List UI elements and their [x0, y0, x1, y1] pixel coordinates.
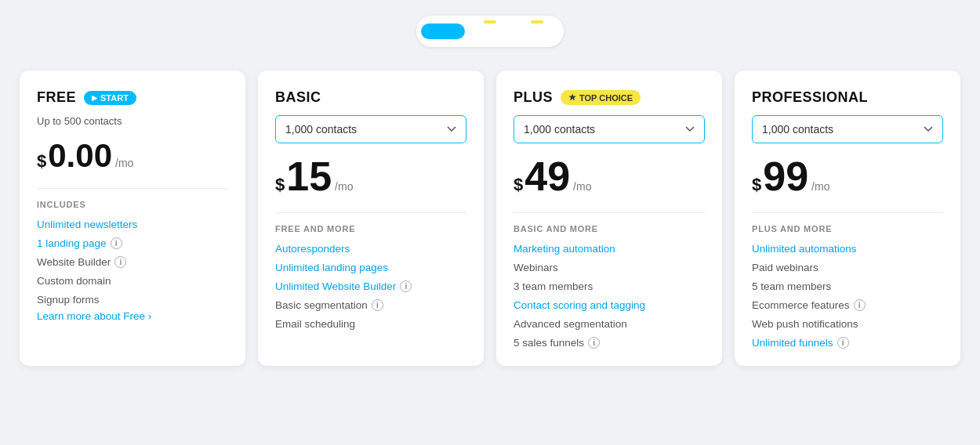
price-row: $ 0.00 /mo [37, 139, 228, 172]
feature-item: 1 landing pagei [37, 237, 228, 249]
plan-name: PROFESSIONAL [752, 89, 868, 106]
feature-item: Signup forms [37, 294, 228, 306]
twelve-month-discount-badge [484, 20, 496, 24]
card-header: BASIC [275, 89, 466, 106]
feature-list: Marketing automationWebinars3 team membe… [514, 243, 705, 349]
price-amount: 0.00 [48, 139, 112, 172]
feature-item: 5 team members [752, 280, 943, 292]
feature-list: AutorespondersUnlimited landing pagesUnl… [275, 243, 466, 330]
price-row: $ 49 /mo [514, 156, 705, 197]
divider [275, 212, 466, 213]
feature-item: Paid webinars [752, 262, 943, 273]
feature-item: Web push notifications [752, 318, 943, 330]
info-icon: i [111, 237, 122, 249]
price-mo: /mo [335, 180, 353, 193]
info-icon: i [400, 280, 412, 292]
features-label: BASIC AND MORE [514, 224, 705, 233]
feature-item: Contact scoring and tagging [514, 299, 705, 311]
info-icon: i [114, 256, 126, 268]
price-row: $ 15 /mo [275, 156, 466, 197]
info-icon: i [854, 299, 866, 311]
plan-name: FREE [37, 89, 76, 106]
plan-card-professional: PROFESSIONAL 1,000 contacts 500 contacts… [735, 71, 960, 366]
features-label: FREE AND MORE [275, 224, 466, 233]
feature-item: Unlimited Website Builderi [275, 280, 466, 292]
feature-item: 5 sales funnelsi [514, 337, 705, 349]
feature-item: Webinars [514, 262, 705, 273]
feature-item: Unlimited funnelsi [752, 337, 943, 349]
learn-more-link[interactable]: Learn more about Free › [37, 310, 228, 322]
divider [514, 212, 705, 213]
feature-item: Advanced segmentation [514, 318, 705, 330]
price-dollar: $ [275, 175, 285, 195]
start-badge: START [84, 91, 136, 105]
features-label: PLUS AND MORE [752, 224, 943, 233]
price-mo: /mo [115, 157, 133, 169]
card-header: PROFESSIONAL [752, 89, 943, 106]
twenty-four-month-discount-badge [531, 20, 543, 24]
contacts-select[interactable]: 1,000 contacts 500 contacts 2,500 contac… [514, 115, 705, 143]
divider [37, 188, 228, 189]
feature-item: Website Builderi [37, 256, 228, 268]
feature-list: Unlimited newsletters1 landing pageiWebs… [37, 219, 228, 306]
feature-item: Autoresponders [275, 243, 466, 255]
info-icon: i [837, 337, 849, 349]
card-header: PLUS TOP CHOICE [514, 89, 705, 106]
plan-name: PLUS [514, 89, 553, 106]
price-mo: /mo [811, 180, 829, 193]
divider [752, 212, 943, 213]
card-header: FREE START [37, 89, 228, 106]
feature-item: Unlimited automations [752, 243, 943, 255]
feature-item: Unlimited newsletters [37, 219, 228, 230]
contacts-text: Up to 500 contacts [37, 115, 228, 127]
price-amount: 15 [286, 156, 332, 197]
monthly-button[interactable] [421, 24, 465, 39]
info-icon: i [588, 337, 600, 349]
features-label: INCLUDES [37, 200, 228, 209]
price-amount: 49 [524, 156, 570, 197]
plan-name: BASIC [275, 89, 321, 106]
feature-item: Unlimited landing pages [275, 262, 466, 273]
twenty-four-month-button[interactable] [515, 27, 559, 42]
price-amount: 99 [763, 156, 808, 197]
feature-item: Custom domain [37, 275, 228, 287]
twelve-month-button[interactable] [468, 27, 512, 42]
plan-card-free: FREE START Up to 500 contacts $ 0.00 /mo… [20, 71, 245, 366]
feature-item: Marketing automation [514, 243, 705, 255]
feature-item: Ecommerce featuresi [752, 299, 943, 311]
price-dollar: $ [37, 151, 46, 172]
contacts-select[interactable]: 1,000 contacts 500 contacts 2,500 contac… [275, 115, 466, 143]
top-choice-badge: TOP CHOICE [561, 90, 641, 105]
price-mo: /mo [573, 180, 591, 193]
feature-item: 3 team members [514, 280, 705, 292]
contacts-select[interactable]: 1,000 contacts 500 contacts 2,500 contac… [752, 115, 943, 143]
info-icon: i [372, 299, 383, 311]
price-row: $ 99 /mo [752, 156, 943, 197]
plan-card-basic: BASIC 1,000 contacts 500 contacts 2,500 … [258, 71, 484, 366]
pricing-cards: FREE START Up to 500 contacts $ 0.00 /mo… [20, 71, 960, 366]
feature-list: Unlimited automationsPaid webinars5 team… [752, 243, 943, 349]
price-dollar: $ [514, 175, 523, 195]
feature-item: Basic segmentationi [275, 299, 466, 311]
plan-card-plus: PLUS TOP CHOICE 1,000 contacts 500 conta… [496, 71, 722, 366]
price-dollar: $ [752, 175, 761, 195]
feature-item: Email scheduling [275, 318, 466, 330]
billing-toggle [416, 16, 564, 47]
